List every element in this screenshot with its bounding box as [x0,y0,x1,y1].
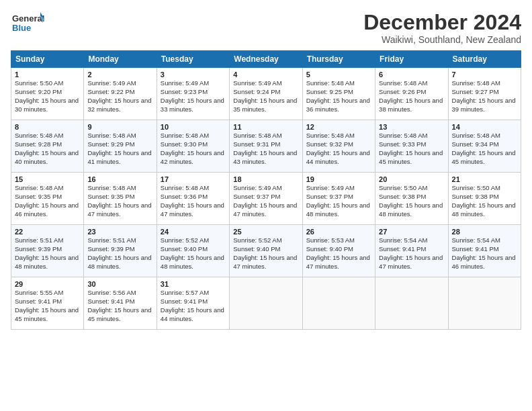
month-title: December 2024 [363,11,521,34]
calendar-cell: 7 Sunrise: 5:48 AM Sunset: 9:27 PM Dayli… [448,68,521,120]
header-saturday: Saturday [448,51,521,68]
day-number: 5 [306,71,371,79]
day-info: Sunrise: 5:48 AM Sunset: 9:32 PM Dayligh… [306,132,371,166]
week-row-2: 8 Sunrise: 5:48 AM Sunset: 9:28 PM Dayli… [11,120,521,173]
day-number: 6 [379,71,444,79]
calendar-cell: 20 Sunrise: 5:50 AM Sunset: 9:38 PM Dayl… [375,173,448,225]
day-number: 13 [379,123,444,131]
day-number: 29 [15,280,80,288]
day-info: Sunrise: 5:54 AM Sunset: 9:41 PM Dayligh… [379,236,444,271]
day-number: 22 [15,228,80,236]
day-number: 10 [161,123,226,131]
day-info: Sunrise: 5:55 AM Sunset: 9:41 PM Dayligh… [15,289,80,323]
calendar-cell: 6 Sunrise: 5:48 AM Sunset: 9:26 PM Dayli… [375,68,448,120]
day-number: 8 [15,123,80,131]
day-info: Sunrise: 5:48 AM Sunset: 9:30 PM Dayligh… [161,132,226,166]
day-number: 3 [161,71,226,79]
calendar-cell: 23 Sunrise: 5:51 AM Sunset: 9:39 PM Dayl… [84,225,157,277]
header-wednesday: Wednesday [230,51,302,68]
day-info: Sunrise: 5:48 AM Sunset: 9:28 PM Dayligh… [15,132,80,166]
calendar-cell: 30 Sunrise: 5:56 AM Sunset: 9:41 PM Dayl… [84,277,157,330]
day-number: 28 [452,228,517,236]
calendar-cell [230,277,302,330]
day-info: Sunrise: 5:48 AM Sunset: 9:33 PM Dayligh… [379,132,444,166]
day-number: 9 [87,123,152,131]
day-info: Sunrise: 5:48 AM Sunset: 9:35 PM Dayligh… [15,184,80,218]
day-number: 21 [452,175,517,183]
calendar-cell: 28 Sunrise: 5:54 AM Sunset: 9:41 PM Dayl… [448,225,521,277]
calendar-cell: 2 Sunrise: 5:49 AM Sunset: 9:22 PM Dayli… [84,68,157,120]
calendar-cell: 24 Sunrise: 5:52 AM Sunset: 9:40 PM Dayl… [157,225,229,277]
day-info: Sunrise: 5:57 AM Sunset: 9:41 PM Dayligh… [161,289,226,323]
svg-text:General: General [12,13,44,24]
week-row-4: 22 Sunrise: 5:51 AM Sunset: 9:39 PM Dayl… [11,225,521,277]
title-area: December 2024 Waikiwi, Southland, New Ze… [363,11,521,45]
calendar-cell: 25 Sunrise: 5:52 AM Sunset: 9:40 PM Dayl… [230,225,302,277]
day-info: Sunrise: 5:51 AM Sunset: 9:39 PM Dayligh… [87,236,152,271]
day-number: 11 [233,123,298,131]
day-number: 25 [233,228,298,236]
calendar-cell: 22 Sunrise: 5:51 AM Sunset: 9:39 PM Dayl… [11,225,84,277]
day-number: 30 [87,280,152,288]
day-number: 12 [306,123,371,131]
day-number: 27 [379,228,444,236]
calendar-cell: 18 Sunrise: 5:49 AM Sunset: 9:37 PM Dayl… [230,173,302,225]
week-row-5: 29 Sunrise: 5:55 AM Sunset: 9:41 PM Dayl… [11,277,521,330]
calendar-cell: 10 Sunrise: 5:48 AM Sunset: 9:30 PM Dayl… [157,120,229,173]
calendar-cell: 5 Sunrise: 5:48 AM Sunset: 9:25 PM Dayli… [302,68,375,120]
subtitle: Waikiwi, Southland, New Zealand [363,34,521,45]
calendar-cell: 13 Sunrise: 5:48 AM Sunset: 9:33 PM Dayl… [375,120,448,173]
calendar-cell [448,277,521,330]
calendar-cell: 26 Sunrise: 5:53 AM Sunset: 9:40 PM Dayl… [302,225,375,277]
calendar-cell: 17 Sunrise: 5:48 AM Sunset: 9:36 PM Dayl… [157,173,229,225]
day-number: 31 [161,280,226,288]
day-info: Sunrise: 5:48 AM Sunset: 9:25 PM Dayligh… [306,79,371,113]
day-info: Sunrise: 5:54 AM Sunset: 9:41 PM Dayligh… [452,236,517,271]
calendar-cell: 31 Sunrise: 5:57 AM Sunset: 9:41 PM Dayl… [157,277,229,330]
calendar-cell: 15 Sunrise: 5:48 AM Sunset: 9:35 PM Dayl… [11,173,84,225]
day-info: Sunrise: 5:48 AM Sunset: 9:34 PM Dayligh… [452,132,517,166]
day-number: 2 [87,71,152,79]
calendar-cell [302,277,375,330]
header: General Blue December 2024 Waikiwi, Sout… [11,11,521,45]
day-number: 26 [306,228,371,236]
day-info: Sunrise: 5:48 AM Sunset: 9:29 PM Dayligh… [87,132,152,166]
day-info: Sunrise: 5:56 AM Sunset: 9:41 PM Dayligh… [87,289,152,323]
day-number: 18 [233,175,298,183]
logo: General Blue [11,11,44,36]
day-number: 20 [379,175,444,183]
calendar-table: Sunday Monday Tuesday Wednesday Thursday… [11,50,521,330]
day-info: Sunrise: 5:49 AM Sunset: 9:37 PM Dayligh… [306,184,371,218]
calendar-cell [375,277,448,330]
calendar-cell: 14 Sunrise: 5:48 AM Sunset: 9:34 PM Dayl… [448,120,521,173]
day-number: 19 [306,175,371,183]
day-number: 1 [15,71,80,79]
calendar-cell: 4 Sunrise: 5:49 AM Sunset: 9:24 PM Dayli… [230,68,302,120]
calendar-cell: 29 Sunrise: 5:55 AM Sunset: 9:41 PM Dayl… [11,277,84,330]
week-row-3: 15 Sunrise: 5:48 AM Sunset: 9:35 PM Dayl… [11,173,521,225]
day-number: 4 [233,71,298,79]
day-info: Sunrise: 5:49 AM Sunset: 9:22 PM Dayligh… [87,79,152,113]
day-info: Sunrise: 5:48 AM Sunset: 9:26 PM Dayligh… [379,79,444,113]
header-sunday: Sunday [11,51,84,68]
header-tuesday: Tuesday [157,51,229,68]
day-number: 24 [161,228,226,236]
day-info: Sunrise: 5:48 AM Sunset: 9:35 PM Dayligh… [87,184,152,218]
day-number: 16 [87,175,152,183]
header-friday: Friday [375,51,448,68]
header-thursday: Thursday [302,51,375,68]
calendar-cell: 8 Sunrise: 5:48 AM Sunset: 9:28 PM Dayli… [11,120,84,173]
day-info: Sunrise: 5:50 AM Sunset: 9:20 PM Dayligh… [15,79,80,113]
day-info: Sunrise: 5:49 AM Sunset: 9:37 PM Dayligh… [233,184,298,218]
day-info: Sunrise: 5:52 AM Sunset: 9:40 PM Dayligh… [233,236,298,271]
week-row-1: 1 Sunrise: 5:50 AM Sunset: 9:20 PM Dayli… [11,68,521,120]
calendar-header-row: Sunday Monday Tuesday Wednesday Thursday… [11,51,521,68]
day-number: 14 [452,123,517,131]
day-number: 17 [161,175,226,183]
header-monday: Monday [84,51,157,68]
calendar-cell: 9 Sunrise: 5:48 AM Sunset: 9:29 PM Dayli… [84,120,157,173]
day-info: Sunrise: 5:52 AM Sunset: 9:40 PM Dayligh… [161,236,226,271]
calendar-cell: 27 Sunrise: 5:54 AM Sunset: 9:41 PM Dayl… [375,225,448,277]
day-info: Sunrise: 5:49 AM Sunset: 9:24 PM Dayligh… [233,79,298,113]
day-info: Sunrise: 5:48 AM Sunset: 9:27 PM Dayligh… [452,79,517,113]
